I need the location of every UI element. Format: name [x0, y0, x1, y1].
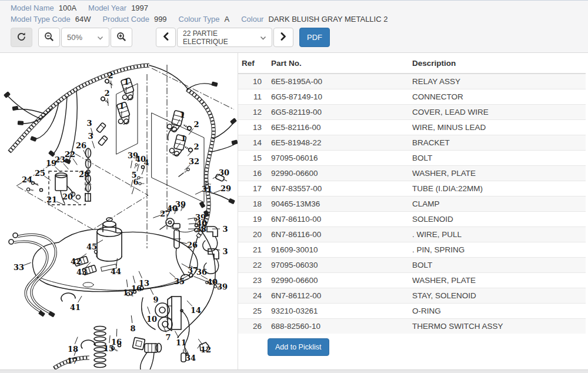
table-row[interactable]: 136E5-82116-00WIRE, MINUS LEAD	[238, 120, 586, 135]
table-row[interactable]: 2297095-06030BOLT	[238, 258, 586, 273]
callout-number: 3	[222, 247, 228, 256]
column-header-description: Description	[407, 53, 586, 74]
next-section-button[interactable]	[273, 28, 293, 47]
callout-number: 25	[35, 169, 45, 178]
section-select-value: 22 PARTIE ELECTRIQUE	[183, 29, 260, 46]
bottom-divider	[0, 369, 588, 373]
model-info-value: 100A	[59, 4, 76, 12]
callout-number: 17	[67, 357, 78, 365]
callout-leader-line	[132, 187, 134, 194]
callout-leader-line	[214, 190, 221, 193]
table-row[interactable]: 1692990-06600WASHER, PLATE	[238, 166, 586, 181]
add-to-picklist-button[interactable]: Add to Picklist	[268, 338, 329, 356]
cell-desc: COVER, LEAD WIRE	[407, 105, 586, 120]
callout-number: 6	[133, 178, 138, 186]
cell-ref: 13	[238, 120, 266, 135]
table-row[interactable]: 2191609-30010. PIN, SPRING	[238, 242, 586, 258]
chevron-down-icon	[97, 33, 103, 42]
table-row[interactable]: 126G5-82119-00COVER, LEAD WIRE	[238, 105, 586, 120]
callout-number: 3	[86, 119, 92, 128]
callout-leader-line	[64, 164, 69, 169]
callout-number: 26	[187, 241, 198, 249]
callout-leader-line	[150, 288, 153, 295]
cell-desc: BRACKET	[407, 135, 586, 151]
cell-desc: . WIRE, PULL	[407, 227, 586, 242]
previous-section-button[interactable]	[156, 28, 176, 47]
column-header-part-no: Part No.	[266, 53, 407, 74]
chevron-left-icon	[163, 32, 169, 42]
zoom-level-select[interactable]: 50%	[61, 28, 109, 47]
cell-ref: 10	[238, 74, 266, 89]
parts-diagram[interactable]: 2121332622231925242820213940456121232303…	[0, 53, 238, 369]
model-info-label: Colour Type	[179, 15, 220, 24]
table-row[interactable]: 146E5-81948-22BRACKET	[238, 135, 586, 151]
zoom-in-button[interactable]	[111, 28, 132, 47]
callout-number: 27	[160, 209, 171, 218]
cell-part: 90465-13M36	[266, 197, 407, 212]
callout-number: 1	[181, 134, 186, 143]
cell-ref: 22	[238, 258, 266, 273]
model-info-label: Model Type Code	[11, 15, 71, 24]
table-row[interactable]: 26688-82560-10THERMO SWITCH ASSY	[238, 319, 586, 334]
cell-ref: 25	[238, 304, 266, 319]
callout-leader-line	[188, 218, 195, 219]
cell-desc: CLAMP	[407, 197, 586, 212]
cell-part: 688-82560-10	[266, 319, 407, 334]
table-row[interactable]: 176N7-83557-00TUBE (I.DIA:22MM)	[238, 181, 586, 197]
callout-number: 45	[86, 242, 97, 251]
cell-ref: 26	[238, 319, 266, 334]
refresh-icon	[16, 32, 26, 44]
section-select[interactable]: 22 PARTIE ELECTRIQUE	[177, 28, 272, 47]
cell-part: 93210-03261	[266, 304, 407, 319]
cell-desc: . PIN, SPRING	[407, 242, 586, 258]
callout-number: 36	[196, 268, 207, 277]
table-row[interactable]: 106E5-8195A-00RELAY ASSY	[238, 74, 586, 89]
callout-number: 29	[220, 184, 231, 193]
table-row[interactable]: 1597095-06016BOLT	[238, 151, 586, 166]
callout-number: 9	[153, 295, 158, 304]
callout-leader-line	[111, 81, 112, 88]
magnifier-minus-icon	[44, 32, 54, 44]
pdf-button[interactable]: PDF	[299, 28, 330, 47]
toolbar: 50% 22 PARTIE ELECTRIQUE	[11, 28, 588, 47]
callout-leader-line	[175, 331, 179, 338]
table-row[interactable]: 196N7-86110-00SOLENOID	[238, 212, 586, 227]
callout-leader-line	[78, 296, 82, 302]
model-info-label: Model Name	[11, 4, 54, 12]
magnifier-plus-icon	[116, 32, 126, 44]
callout-number: 43	[76, 268, 87, 277]
cell-ref: 23	[238, 273, 266, 288]
callout-leader-line	[109, 335, 110, 343]
table-row[interactable]: 246N7-86112-00STAY, SOLENOID	[238, 288, 586, 304]
cell-part: 6N7-86116-00	[266, 227, 407, 242]
cell-part: 6N7-86112-00	[266, 288, 407, 304]
model-info-value: 1997	[131, 4, 148, 12]
callout-number: 33	[14, 263, 24, 272]
column-header-ref: Ref	[238, 53, 266, 74]
table-row[interactable]: 2392990-06600WASHER, PLATE	[238, 273, 586, 288]
model-info-value: 64W	[75, 15, 91, 24]
callout-number: 38	[196, 225, 206, 234]
cell-part: 6G5-82119-00	[266, 105, 407, 120]
cell-desc: BOLT	[407, 258, 586, 273]
cell-part: 97095-06030	[266, 258, 407, 273]
callout-leader-line	[108, 98, 108, 106]
callout-leader-line	[73, 158, 77, 165]
zoom-out-button[interactable]	[38, 28, 60, 47]
callout-number: 1	[179, 111, 185, 119]
cell-ref: 24	[238, 288, 266, 304]
callout-number: 44	[111, 267, 121, 276]
callout-number: 3	[88, 132, 93, 141]
model-info-value: A	[224, 15, 229, 24]
table-row[interactable]: 1890465-13M36CLAMP	[238, 197, 586, 212]
callout-number: 19	[46, 159, 56, 168]
table-row[interactable]: 116G5-87149-10CONNECTOR	[238, 89, 586, 105]
cell-part: 6E5-82116-00	[266, 120, 407, 135]
callout-number: 2	[193, 142, 199, 151]
refresh-button[interactable]	[11, 28, 32, 47]
table-row[interactable]: 206N7-86116-00. WIRE, PULL	[238, 227, 586, 242]
callout-leader-line	[148, 307, 150, 314]
callout-number: 15	[123, 288, 133, 297]
table-footer: Add to Picklist	[238, 334, 586, 356]
table-row[interactable]: 2593210-03261O-RING	[238, 304, 586, 319]
